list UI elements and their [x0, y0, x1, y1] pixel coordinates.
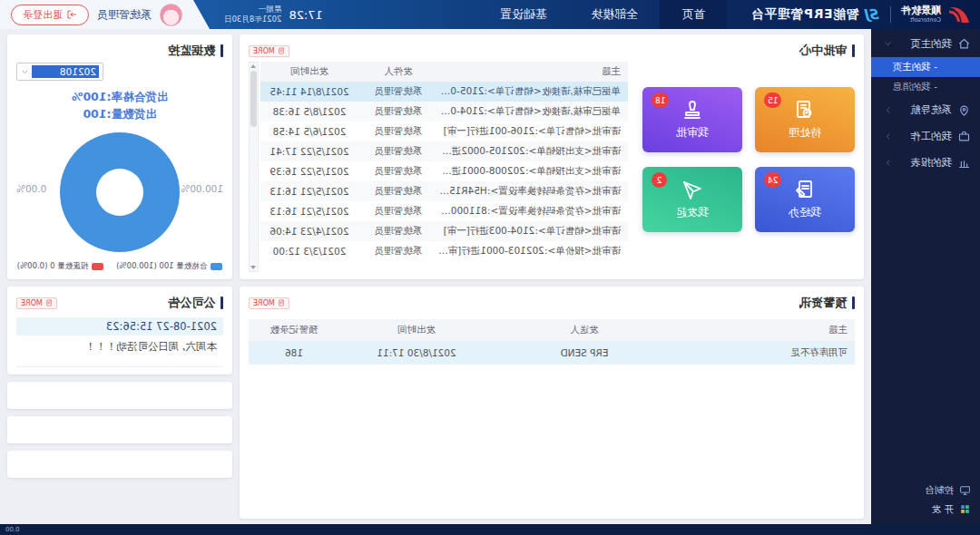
monitor-metrics: 出货合格率:100% 出货数量:100: [16, 88, 223, 123]
notice-column: 公司公告 MORE 2021-08-27 15:56:23 本周六, 周日公司活…: [7, 287, 232, 519]
company-name-en: Centersoft: [901, 17, 941, 24]
sidebar-bottom-item[interactable]: 控制台: [871, 481, 980, 500]
sidebar: 我的主页 - 我的主页 - 我的消息 系统导航: [871, 29, 980, 524]
main-content: 审批中心 MORE 15 待处理: [0, 29, 871, 524]
title-bar-accent: [220, 44, 223, 57]
count-badge: 18: [652, 92, 669, 108]
alerts-table-row[interactable]: 可用库存不足 ERP SEND 2021/8/30 17:11 186: [249, 341, 855, 365]
scroll-up-arrow[interactable]: [251, 64, 257, 68]
notice-item-time[interactable]: 2021-08-27 15:56:23: [16, 317, 223, 336]
count-badge: 15: [764, 92, 781, 108]
sidebar-bottom-item[interactable]: 开 发: [871, 500, 980, 519]
chevron-icon: [884, 132, 892, 141]
monitor-panel-title: 数据监控: [168, 43, 215, 59]
company-name: 顺景软件: [901, 5, 941, 15]
logout-button[interactable]: 退出登录: [11, 5, 89, 25]
donut-label-right: 0.00%: [16, 183, 46, 194]
chevron-icon: [884, 63, 892, 72]
scroll-thumb[interactable]: [250, 71, 257, 127]
weekday: 星期一: [224, 5, 281, 15]
card-icon: [794, 179, 816, 200]
footer-text: 0.00: [5, 526, 20, 533]
sidebar-bottom-icon: [959, 484, 971, 496]
erp-dashboard-mirrored: 顺景软件 Centersoft SJ 智能ERP管理平台 首页全部模块基础设置 …: [0, 0, 980, 535]
approval-card[interactable]: 18 我审批: [642, 87, 742, 152]
nav-tab[interactable]: 基础设置: [478, 0, 569, 29]
approval-table-row[interactable]: 请审批<销售订单>:2106-001进行[一审] 系统管理员 2021/6/5 …: [260, 122, 628, 141]
notice-empty-card: [7, 451, 232, 478]
notice-item-text[interactable]: 本周六, 周日公司活动！！！: [16, 336, 223, 367]
notice-panel: 公司公告 MORE 2021-08-27 15:56:23 本周六, 周日公司活…: [7, 287, 232, 374]
chevron-icon: [884, 159, 892, 167]
sidebar-bottom-icon: [959, 503, 971, 515]
approval-table-row[interactable]: 请审批<存货条码转换率设置>:811000001进行[审核] 系统管理员 202…: [260, 201, 628, 221]
alerts-table-header: 主题 发送人 发出时间 预警记录数: [249, 319, 855, 341]
approval-card[interactable]: 2 我发起: [642, 167, 742, 232]
chevron-icon: [884, 83, 892, 92]
chevron-down-icon: [21, 68, 29, 76]
approval-table-row[interactable]: 请审批<报价单>:202103-0001进行[审核] 系统管理员 2021/3/…: [260, 241, 628, 261]
approval-card[interactable]: 15 待处理: [755, 87, 855, 152]
approval-table-row[interactable]: 请审批<支出报销单>:202008-0001进行[审核] 系统管理员 2021/…: [260, 161, 628, 181]
alerts-panel: 预警资讯 MORE 主题 发送人 发出时间 预警记录数: [240, 287, 864, 519]
month-select-value: 202108: [32, 65, 99, 78]
notice-empty-card: [7, 382, 232, 409]
chart-legend: 合格数量 100 (100.00%) 报废数量 0 (0.00%): [16, 261, 223, 272]
approval-table-row[interactable]: 请审批<销售订单>:2104-003进行[一审] 系统管理员 2021/4/23…: [260, 221, 628, 241]
legend-swatch: [211, 263, 222, 270]
legend-swatch: [92, 263, 103, 270]
chevron-icon: [884, 40, 892, 48]
count-badge: 24: [764, 172, 781, 188]
scroll-down-arrow[interactable]: [251, 266, 257, 269]
chevron-icon: [884, 106, 892, 114]
company-logo-icon: [947, 4, 971, 25]
nav-tab[interactable]: 全部模块: [569, 0, 660, 29]
date: 2021年8月30日: [224, 15, 281, 24]
approval-card[interactable]: 24 我经办: [755, 167, 855, 232]
alerts-panel-title: 预警资讯: [799, 295, 847, 311]
sidebar-item-icon: [957, 130, 971, 143]
notice-more-button[interactable]: MORE: [16, 297, 57, 309]
logout-icon: [66, 9, 77, 20]
approval-table-row[interactable]: 单据已审核,请接收<销售订单>:2105-001 系统管理员 2021/8/14…: [260, 82, 628, 102]
title-bar-accent: [852, 297, 855, 309]
approval-table-header: 主题 发件人 发出时间: [260, 62, 628, 82]
count-badge: 2: [652, 172, 667, 188]
sidebar-item[interactable]: - 我的消息: [871, 77, 980, 97]
card-icon: [681, 179, 703, 200]
sidebar-item-icon: [943, 61, 956, 74]
clock: 17:28 星期一 2021年8月30日: [210, 0, 323, 29]
notice-empty-card: [7, 416, 232, 443]
approval-more-button[interactable]: MORE: [249, 45, 289, 57]
sidebar-item-icon: [957, 156, 971, 170]
sidebar-item[interactable]: 我的主页: [871, 31, 980, 57]
month-select[interactable]: 202108: [16, 63, 103, 81]
alerts-more-button[interactable]: MORE: [249, 297, 289, 309]
sidebar-item[interactable]: 我的工作: [871, 123, 980, 150]
approval-table-row[interactable]: 请审批<存货条码转换率设置>:H54R15006002进行[审核] 系统管理员 …: [260, 181, 628, 201]
user-area: 系统管理员 退出登录: [0, 0, 210, 29]
username: 系统管理员: [97, 7, 152, 23]
ship-qty-text: 出货数量:100: [16, 105, 223, 122]
data-monitor-panel: 数据监控 202108 出货合格率:100% 出货数量:100 100.00% …: [7, 34, 232, 279]
legend-item: 报废数量 0 (0.00%): [17, 261, 103, 272]
nav-tab[interactable]: 首页: [660, 0, 727, 29]
approval-center-panel: 审批中心 MORE 15 待处理: [240, 34, 864, 279]
status-footer: 0.00: [0, 524, 980, 535]
more-doc-icon: [45, 299, 53, 306]
sidebar-item[interactable]: 系统导航: [871, 97, 980, 123]
notice-panel-title: 公司公告: [168, 295, 215, 311]
approval-table-row[interactable]: 单据已审核,请接收<销售订单>:2104-002 系统管理员 2021/8/5 …: [260, 102, 628, 122]
time: 17:28: [289, 8, 322, 22]
sidebar-item[interactable]: 我的报表: [871, 150, 980, 176]
avatar[interactable]: [160, 4, 182, 26]
more-doc-icon: [278, 299, 285, 306]
more-doc-icon: [278, 47, 285, 54]
sidebar-item-icon: [957, 103, 971, 117]
approval-table-row[interactable]: 请审批<支出报销单>:202105-0002进行[审核] 系统管理员 2021/…: [260, 141, 628, 161]
legend-item: 合格数量 100 (100.00%): [116, 261, 222, 272]
sidebar-item[interactable]: - 我的主页: [871, 57, 980, 77]
card-icon: [681, 99, 703, 121]
card-icon: [794, 99, 816, 121]
table-scrollbar[interactable]: [249, 62, 259, 272]
